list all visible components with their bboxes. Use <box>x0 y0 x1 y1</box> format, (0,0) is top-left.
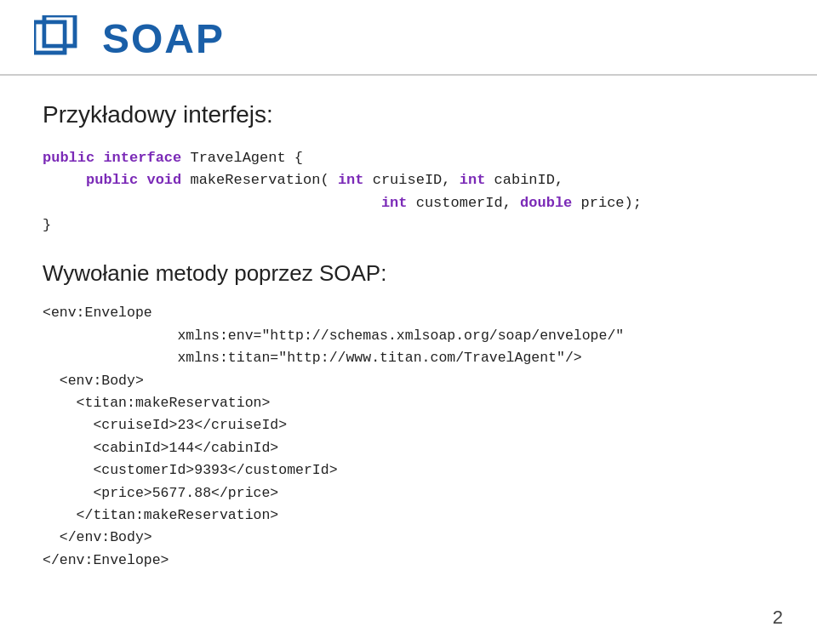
code-line-4: } <box>43 214 774 237</box>
xml-line-7: <cabinId>144</cabinId> <box>43 437 774 459</box>
xml-code-block: <env:Envelope xmlns:env="http://schemas.… <box>43 302 774 572</box>
section2-heading: Wywołanie metody poprzez SOAP: <box>43 260 774 287</box>
keyword-public1: public <box>43 150 94 166</box>
code-line-1: public interface TravelAgent { <box>43 147 774 169</box>
xml-line-10: </titan:makeReservation> <box>43 504 774 527</box>
xml-line-3: xmlns:titan="http://www.titan.com/Travel… <box>43 347 774 369</box>
keyword-double: double <box>520 195 572 211</box>
keyword-int3: int <box>381 195 408 211</box>
interface-code-block: public interface TravelAgent { public vo… <box>43 147 774 237</box>
keyword-interface: interface <box>103 150 181 166</box>
page-number: 2 <box>773 607 783 629</box>
xml-line-1: <env:Envelope <box>43 302 774 324</box>
keyword-void: void <box>146 172 181 188</box>
xml-line-6: <cruiseId>23</cruiseId> <box>43 414 774 436</box>
keyword-int2: int <box>460 172 486 188</box>
code-line-3: int customerId, double price); <box>43 192 774 214</box>
slide-content: Przykładowy interfejs: public interface … <box>0 76 817 589</box>
xml-line-2: xmlns:env="http://schemas.xmlsoap.org/so… <box>43 325 774 347</box>
section1-heading: Przykładowy interfejs: <box>43 101 774 128</box>
code-line-2: public void makeReservation( int cruiseI… <box>43 169 774 191</box>
keyword-int1: int <box>338 172 364 188</box>
xml-line-11: </env:Body> <box>43 527 774 549</box>
xml-line-8: <customerId>9393</customerId> <box>43 459 774 482</box>
xml-line-5: <titan:makeReservation> <box>43 392 774 414</box>
xml-line-4: <env:Body> <box>43 370 774 392</box>
soap-logo-icon <box>34 15 85 62</box>
xml-line-12: </env:Envelope> <box>43 550 774 572</box>
page-title: SOAP <box>102 15 225 62</box>
keyword-public2: public <box>86 172 138 188</box>
svg-rect-3 <box>44 22 65 46</box>
xml-line-9: <price>5677.88</price> <box>43 482 774 504</box>
slide-header: SOAP <box>0 0 817 76</box>
